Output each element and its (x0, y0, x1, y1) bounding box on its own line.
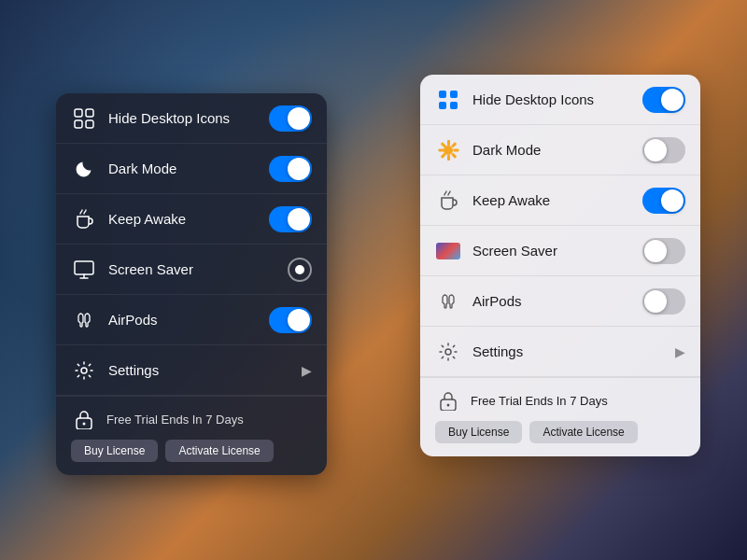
monitor-icon (71, 257, 97, 283)
light-airpods-label: AirPods (472, 293, 631, 309)
dark-panel: Hide Desktop Icons Dark Mode Keep Awake (56, 93, 327, 475)
light-keepawake-row: Keep Awake (420, 175, 700, 226)
light-footer-top: Free Trial Ends In 7 Days (435, 387, 685, 413)
svg-point-12 (445, 349, 451, 355)
keep-awake-label: Keep Awake (108, 211, 258, 227)
dark-footer: Free Trial Ends In 7 Days Buy License Ac… (56, 396, 327, 475)
light-airpods-toggle[interactable] (642, 288, 685, 315)
screen-saver-radio[interactable] (288, 258, 312, 282)
hide-desktop-label: Hide Desktop Icons (108, 110, 258, 126)
dark-hide-desktop-row: Hide Desktop Icons (56, 93, 327, 144)
light-screen-saver-toggle[interactable] (642, 238, 685, 264)
svg-rect-10 (439, 102, 446, 109)
light-buy-button[interactable]: Buy License (435, 421, 522, 443)
dark-buy-button[interactable]: Buy License (71, 440, 158, 462)
grid-icon (71, 105, 97, 132)
light-footer-buttons: Buy License Activate License (435, 421, 685, 443)
light-coffee-icon (435, 188, 461, 214)
light-grid-icon (435, 87, 461, 113)
light-dark-mode-label: Dark Mode (472, 142, 631, 158)
svg-rect-1 (86, 109, 93, 117)
light-panel: Hide Desktop Icons Dark Mode (420, 75, 700, 456)
light-trial-text: Free Trial Ends In 7 Days (471, 394, 608, 408)
light-screensaver-row: Screen Saver (420, 226, 700, 276)
svg-point-7 (83, 423, 86, 426)
settings-chevron: ▶ (302, 363, 312, 378)
svg-rect-2 (75, 120, 82, 128)
light-darkmode-row: Dark Mode (420, 125, 700, 175)
light-activate-button[interactable]: Activate License (529, 421, 637, 443)
light-airpods-icon (435, 288, 461, 315)
svg-rect-11 (450, 102, 458, 109)
light-footer: Free Trial Ends In 7 Days Buy License Ac… (420, 377, 700, 456)
light-gear-icon (435, 339, 461, 365)
light-screen-saver-label: Screen Saver (472, 243, 631, 259)
dark-settings-row[interactable]: Settings ▶ (56, 345, 327, 396)
keep-awake-toggle[interactable] (269, 206, 312, 232)
light-hide-desktop-toggle[interactable] (642, 87, 685, 113)
light-settings-label: Settings (472, 343, 664, 359)
dark-activate-button[interactable]: Activate License (165, 440, 273, 462)
light-hide-desktop-row: Hide Desktop Icons (420, 75, 700, 125)
hide-desktop-toggle[interactable] (269, 105, 312, 132)
svg-point-14 (447, 404, 450, 407)
svg-rect-9 (450, 91, 458, 98)
light-sun-icon (435, 137, 461, 163)
svg-point-5 (81, 368, 87, 373)
dark-footer-top: Free Trial Ends In 7 Days (71, 406, 312, 432)
light-screensaver-icon (435, 238, 461, 264)
airpods-label: AirPods (108, 312, 258, 328)
light-settings-chevron: ▶ (675, 344, 685, 359)
coffee-icon (71, 206, 97, 232)
airpods-icon (71, 307, 97, 333)
dark-mode-label: Dark Mode (108, 161, 258, 176)
light-lock-icon (435, 387, 461, 413)
svg-rect-0 (75, 109, 82, 117)
svg-rect-3 (86, 120, 93, 128)
dark-screensaver-row: Screen Saver (56, 245, 327, 295)
light-keep-awake-toggle[interactable] (642, 188, 685, 214)
dark-footer-buttons: Buy License Activate License (71, 440, 312, 462)
light-dark-mode-toggle[interactable] (642, 137, 685, 163)
lock-icon (71, 406, 97, 432)
svg-rect-4 (75, 261, 93, 274)
light-hide-desktop-label: Hide Desktop Icons (472, 91, 631, 107)
dark-mode-toggle[interactable] (269, 156, 312, 182)
dark-trial-text: Free Trial Ends In 7 Days (106, 413, 244, 427)
moon-icon (71, 156, 97, 182)
gear-icon (71, 357, 97, 384)
light-settings-row[interactable]: Settings ▶ (420, 327, 700, 377)
screen-saver-label: Screen Saver (108, 261, 276, 277)
airpods-toggle[interactable] (269, 307, 312, 333)
settings-label: Settings (108, 362, 290, 378)
svg-rect-8 (439, 91, 446, 98)
dark-darkmode-row: Dark Mode (56, 144, 327, 194)
dark-airpods-row: AirPods (56, 295, 327, 345)
light-airpods-row: AirPods (420, 276, 700, 327)
light-keep-awake-label: Keep Awake (472, 192, 631, 208)
dark-keepawake-row: Keep Awake (56, 194, 327, 245)
